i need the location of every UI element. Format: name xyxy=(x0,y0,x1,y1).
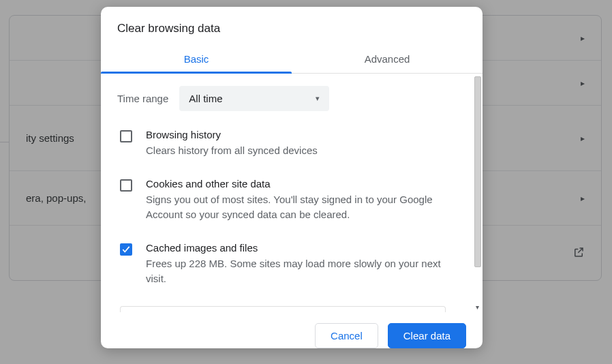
chevron-down-icon: ▾ xyxy=(316,94,320,103)
option-cached: Cached images and files Frees up 228 MB.… xyxy=(117,242,466,287)
scrollbar-thumb[interactable] xyxy=(474,76,481,267)
tabs: Basic Advanced xyxy=(101,46,483,74)
dialog-scroll-area: ▾ Time range All time ▾ Browsing history… xyxy=(101,74,483,312)
time-range-row: Time range All time ▾ xyxy=(117,86,466,111)
option-text: Cached images and files Frees up 228 MB.… xyxy=(146,242,466,287)
checkbox-cookies[interactable] xyxy=(120,179,132,192)
checkbox-browsing-history[interactable] xyxy=(120,130,132,142)
option-title: Browsing history xyxy=(146,129,446,140)
tab-advanced[interactable]: Advanced xyxy=(292,46,483,73)
scroll-down-icon[interactable]: ▾ xyxy=(473,303,481,311)
option-text: Cookies and other site data Signs you ou… xyxy=(146,178,466,223)
cancel-button[interactable]: Cancel xyxy=(315,323,378,348)
option-description: Signs you out of most sites. You'll stay… xyxy=(146,192,446,223)
time-range-select[interactable]: All time ▾ xyxy=(179,86,329,111)
option-text: Browsing history Clears history from all… xyxy=(146,129,466,159)
time-range-value: All time xyxy=(189,93,222,104)
option-description: Clears history from all synced devices xyxy=(146,143,446,159)
option-description: Frees up 228 MB. Some sites may load mor… xyxy=(146,256,446,287)
time-range-label: Time range xyxy=(117,93,168,104)
tab-basic[interactable]: Basic xyxy=(101,46,292,73)
option-title: Cookies and other site data xyxy=(146,178,446,189)
clear-data-button[interactable]: Clear data xyxy=(388,323,466,348)
checkbox-cached[interactable] xyxy=(120,243,132,256)
option-browsing-history: Browsing history Clears history from all… xyxy=(117,129,466,159)
option-title: Cached images and files xyxy=(146,242,446,254)
clear-browsing-data-dialog: Clear browsing data Basic Advanced ▾ Tim… xyxy=(101,7,483,348)
partial-search-box xyxy=(120,306,446,313)
dialog-footer: Cancel Clear data xyxy=(101,312,483,348)
dialog-title: Clear browsing data xyxy=(101,7,483,46)
option-cookies: Cookies and other site data Signs you ou… xyxy=(117,178,466,223)
